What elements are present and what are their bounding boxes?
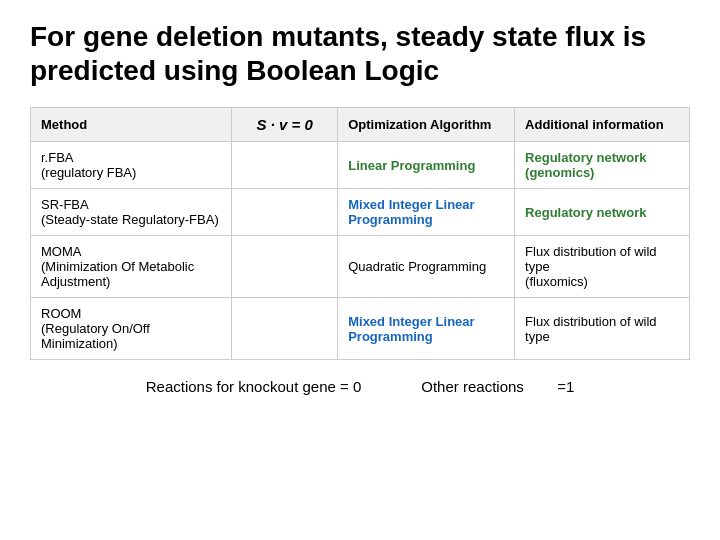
table-row: SR-FBA(Steady-state Regulatory-FBA)Mixed… [31, 189, 690, 236]
cell-info: Flux distribution of wild type [515, 298, 690, 360]
cell-equation [232, 298, 338, 360]
comparison-table: Method S · v = 0 Optimization Algorithm … [30, 107, 690, 360]
main-container: For gene deletion mutants, steady state … [0, 0, 720, 540]
page-title: For gene deletion mutants, steady state … [30, 20, 690, 87]
footer-line2: Other reactions =1 [421, 378, 574, 395]
cell-equation [232, 142, 338, 189]
footer-line1: Reactions for knockout gene = 0 [146, 378, 362, 395]
footer-row: Reactions for knockout gene = 0 Other re… [146, 378, 575, 395]
table-row: MOMA(Minimization Of Metabolic Adjustmen… [31, 236, 690, 298]
cell-method: r.FBA(regulatory FBA) [31, 142, 232, 189]
cell-info: Flux distribution of wild type(fluxomics… [515, 236, 690, 298]
cell-info: Regulatory network [515, 189, 690, 236]
header-equation: S · v = 0 [232, 108, 338, 142]
header-method: Method [31, 108, 232, 142]
cell-algorithm: Quadratic Programming [338, 236, 515, 298]
footer: Reactions for knockout gene = 0 Other re… [30, 378, 690, 395]
cell-method: MOMA(Minimization Of Metabolic Adjustmen… [31, 236, 232, 298]
table-row: ROOM(Regulatory On/Off Minimization)Mixe… [31, 298, 690, 360]
cell-equation [232, 236, 338, 298]
equation-display: S · v = 0 [256, 116, 312, 133]
cell-method: SR-FBA(Steady-state Regulatory-FBA) [31, 189, 232, 236]
header-algorithm: Optimization Algorithm [338, 108, 515, 142]
cell-info: Regulatory network(genomics) [515, 142, 690, 189]
cell-method: ROOM(Regulatory On/Off Minimization) [31, 298, 232, 360]
cell-algorithm: Linear Programming [338, 142, 515, 189]
cell-equation [232, 189, 338, 236]
cell-algorithm: Mixed Integer LinearProgramming [338, 189, 515, 236]
table-row: r.FBA(regulatory FBA)Linear ProgrammingR… [31, 142, 690, 189]
cell-algorithm: Mixed Integer LinearProgramming [338, 298, 515, 360]
header-info: Additional information [515, 108, 690, 142]
